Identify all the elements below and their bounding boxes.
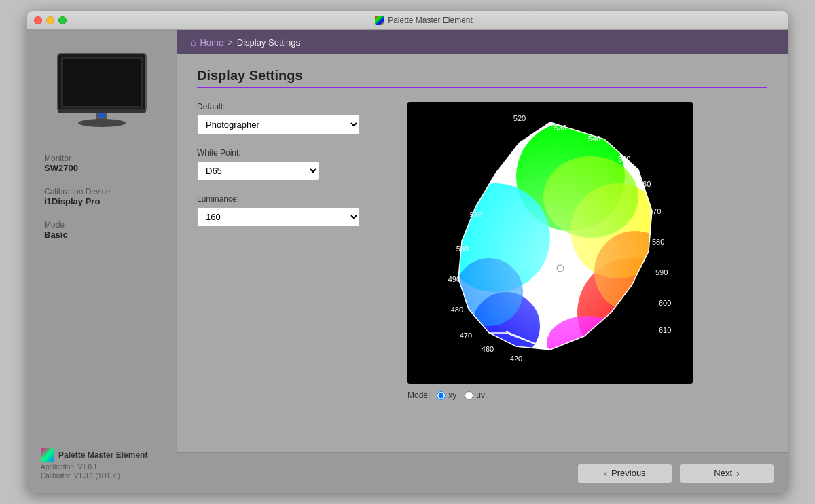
white-point-select[interactable]: D65 D50 D55 D75 Native	[197, 161, 319, 181]
svg-text:420: 420	[510, 355, 522, 363]
page-title: Display Settings	[197, 68, 767, 84]
white-point-field: White Point: D65 D50 D55 D75 Native	[197, 148, 387, 181]
app-version: Application: V1.0.1	[41, 463, 163, 471]
svg-text:530: 530	[554, 124, 566, 132]
svg-text:470: 470	[460, 331, 472, 340]
app-name: Palette Master Element	[58, 450, 147, 460]
monitor-info: Monitor SW2700	[44, 154, 160, 173]
titlebar: Palette Master Element	[27, 11, 788, 30]
sidebar-info: Monitor SW2700 Calibration Device i1Disp…	[34, 145, 170, 253]
calibration-label: Calibration Device	[44, 187, 160, 196]
sidebar-footer: Palette Master Element Application: V1.0…	[34, 448, 170, 480]
app-logo: Palette Master Element	[41, 448, 163, 462]
mode-label: Mode	[44, 220, 160, 230]
traffic-lights	[34, 16, 67, 24]
mode-value: Basic	[44, 230, 160, 240]
app-icon	[375, 16, 384, 25]
breadcrumb-separator: >	[228, 37, 233, 48]
chromaticity-diagram: 520 530 540 550 560 570 580 590 600 610	[408, 102, 693, 384]
mode-uv-label: uv	[476, 391, 485, 400]
white-point-label: White Point:	[197, 148, 387, 158]
app-title: Palette Master Element	[388, 16, 473, 25]
luminance-field: Luminance: 160 80 100 120 140 200 250	[197, 194, 387, 227]
app-logo-icon	[41, 448, 54, 462]
svg-text:570: 570	[649, 207, 661, 215]
titlebar-text: Palette Master Element	[67, 16, 781, 25]
svg-text:490: 490	[448, 275, 460, 283]
mode-xy-radio[interactable]: xy	[437, 391, 456, 400]
svg-text:600: 600	[659, 299, 671, 307]
svg-text:560: 560	[638, 180, 651, 188]
prev-chevron-icon: ‹	[604, 468, 607, 479]
svg-text:480: 480	[451, 306, 463, 314]
default-field: Default: Photographer sRGB Adobe RGB DCI…	[197, 102, 387, 134]
mode-row: Mode: xy uv	[408, 391, 767, 400]
svg-text:510: 510	[470, 211, 482, 219]
next-button[interactable]: Next ›	[679, 463, 774, 484]
settings-row: Default: Photographer sRGB Adobe RGB DCI…	[197, 102, 767, 400]
window-body: Monitor SW2700 Calibration Device i1Disp…	[27, 30, 788, 493]
main-content: ⌂ Home > Display Settings Display Settin…	[177, 30, 788, 493]
sidebar: Monitor SW2700 Calibration Device i1Disp…	[27, 30, 177, 493]
breadcrumb-home[interactable]: Home	[200, 37, 223, 48]
settings-left: Default: Photographer sRGB Adobe RGB DCI…	[197, 102, 387, 240]
luminance-label: Luminance:	[197, 194, 387, 204]
svg-point-4	[78, 119, 126, 127]
svg-text:460: 460	[482, 345, 494, 353]
monitor-value: SW2700	[44, 163, 160, 173]
calibrator-version: Calibrator: V1.3.1 (1D136)	[41, 472, 163, 480]
mode-label: Mode:	[408, 391, 430, 400]
close-button[interactable]	[34, 16, 42, 24]
mode-xy-input[interactable]	[437, 391, 446, 400]
previous-button[interactable]: ‹ Previous	[577, 463, 672, 484]
mode-uv-radio[interactable]: uv	[465, 391, 485, 400]
app-window: Palette Master Element	[27, 11, 788, 493]
mode-radio-group: xy uv	[437, 391, 485, 400]
previous-label: Previous	[611, 468, 646, 478]
calibration-device-info: Calibration Device i1Display Pro	[44, 187, 160, 206]
maximize-button[interactable]	[58, 16, 67, 24]
svg-text:500: 500	[456, 245, 469, 253]
monitor-image	[48, 43, 156, 132]
title-divider	[197, 87, 767, 88]
default-label: Default:	[197, 102, 387, 111]
home-icon: ⌂	[190, 37, 196, 48]
next-label: Next	[714, 468, 732, 478]
mode-xy-label: xy	[448, 391, 456, 400]
mode-uv-input[interactable]	[465, 391, 473, 400]
minimize-button[interactable]	[46, 16, 54, 24]
svg-point-17	[557, 265, 564, 272]
luminance-select[interactable]: 160 80 100 120 140 200 250	[197, 207, 360, 227]
svg-text:610: 610	[659, 326, 671, 334]
mode-info: Mode Basic	[44, 220, 160, 240]
svg-text:590: 590	[655, 268, 668, 276]
svg-rect-2	[63, 59, 141, 106]
svg-text:540: 540	[588, 134, 600, 143]
svg-text:520: 520	[513, 114, 526, 122]
default-select[interactable]: Photographer sRGB Adobe RGB DCI-P3	[197, 115, 360, 134]
svg-rect-6	[58, 109, 146, 113]
monitor-label: Monitor	[44, 154, 160, 163]
chromaticity-panel: 520 530 540 550 560 570 580 590 600 610	[408, 102, 767, 400]
svg-text:580: 580	[652, 238, 664, 246]
breadcrumb-current: Display Settings	[237, 37, 300, 48]
footer: ‹ Previous Next ›	[177, 452, 788, 493]
svg-text:550: 550	[618, 155, 630, 163]
monitor-svg	[51, 50, 153, 132]
breadcrumb-bar: ⌂ Home > Display Settings	[177, 30, 788, 54]
calibration-value: i1Display Pro	[44, 196, 160, 206]
cie-svg: 520 530 540 550 560 570 580 590 600 610	[408, 102, 693, 384]
content-area: Display Settings Default: Photographer s…	[177, 54, 788, 452]
next-chevron-icon: ›	[736, 468, 740, 479]
